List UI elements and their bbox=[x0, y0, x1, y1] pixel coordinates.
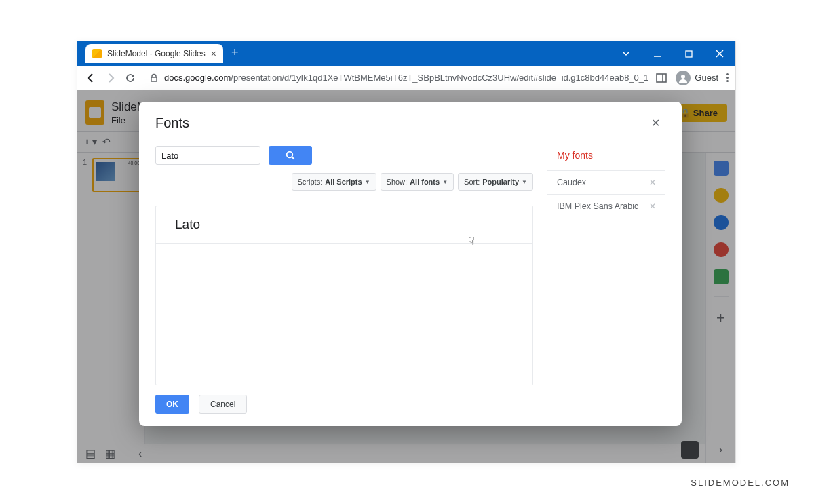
caret-down-icon: ▼ bbox=[522, 179, 527, 185]
svg-point-12 bbox=[286, 151, 292, 157]
sort-filter[interactable]: Sort: Popularity ▼ bbox=[458, 173, 533, 191]
browser-tab[interactable]: SlideModel - Google Slides × bbox=[85, 44, 223, 63]
url-path: /presentation/d/1yIk1qd1XeTWtBMEMe5iT6zT… bbox=[231, 73, 648, 83]
window-minimize-icon[interactable] bbox=[642, 41, 673, 66]
svg-rect-4 bbox=[657, 74, 666, 82]
svg-point-6 bbox=[681, 75, 685, 79]
slides-favicon bbox=[92, 49, 102, 58]
close-tab-icon[interactable]: × bbox=[211, 49, 216, 58]
search-icon bbox=[286, 151, 296, 161]
cancel-button[interactable]: Cancel bbox=[199, 395, 247, 414]
font-result-row[interactable]: Lato☟ bbox=[156, 206, 532, 244]
caret-down-icon: ▼ bbox=[365, 179, 370, 185]
watermark: SLIDEMODEL.COM bbox=[691, 478, 790, 488]
ok-button[interactable]: OK bbox=[155, 395, 189, 414]
dialog-title: Fonts bbox=[155, 115, 189, 131]
my-font-item[interactable]: Caudex✕ bbox=[547, 170, 665, 194]
browser-window: SlideModel - Google Slides × + bbox=[77, 41, 736, 463]
tab-title: SlideModel - Google Slides bbox=[107, 49, 206, 58]
url-text: docs.google.com/presentation/d/1yIk1qd1X… bbox=[164, 73, 648, 83]
avatar-icon bbox=[676, 71, 691, 85]
url-host: docs.google.com bbox=[164, 73, 231, 83]
my-fonts-panel: My fonts Caudex✕IBM Plex Sans Arabic✕ bbox=[547, 146, 665, 385]
font-search-input[interactable] bbox=[155, 146, 260, 165]
my-font-item[interactable]: IBM Plex Sans Arabic✕ bbox=[547, 194, 665, 218]
remove-font-icon[interactable]: ✕ bbox=[649, 201, 656, 211]
my-font-name: Caudex bbox=[557, 178, 586, 187]
titlebar: SlideModel - Google Slides × + bbox=[77, 41, 735, 66]
forward-button[interactable] bbox=[104, 71, 117, 85]
addrbar-right: Guest bbox=[655, 71, 729, 85]
dialog-close-button[interactable]: ✕ bbox=[646, 114, 665, 132]
tab-strip: SlideModel - Google Slides × + bbox=[77, 41, 610, 66]
font-results[interactable]: Lato☟ bbox=[155, 206, 533, 385]
back-button[interactable] bbox=[84, 71, 97, 85]
fonts-main-panel: Scripts: All Scripts ▼ Show: All fonts ▼… bbox=[155, 146, 533, 385]
my-font-name: IBM Plex Sans Arabic bbox=[557, 201, 638, 211]
window-close-icon[interactable] bbox=[704, 41, 735, 66]
fonts-dialog: Fonts ✕ Scripts: All Scripts ▼ bbox=[139, 102, 682, 426]
reload-button[interactable] bbox=[124, 71, 137, 85]
font-search-button[interactable] bbox=[269, 146, 312, 165]
guest-label: Guest bbox=[695, 73, 718, 83]
lock-icon bbox=[149, 73, 159, 83]
svg-rect-1 bbox=[686, 51, 692, 57]
caret-down-icon: ▼ bbox=[442, 179, 448, 185]
chrome-menu-icon[interactable] bbox=[726, 73, 729, 82]
show-filter[interactable]: Show: All fonts ▼ bbox=[381, 173, 454, 191]
window-dropdown-icon[interactable] bbox=[610, 41, 642, 66]
window-maximize-icon[interactable] bbox=[673, 41, 704, 66]
sidepanel-icon[interactable] bbox=[655, 72, 667, 84]
new-tab-button[interactable]: + bbox=[225, 45, 246, 62]
url-box[interactable]: docs.google.com/presentation/d/1yIk1qd1X… bbox=[144, 73, 648, 83]
svg-line-13 bbox=[292, 157, 294, 159]
pointer-cursor-icon: ☟ bbox=[468, 235, 475, 248]
window-controls bbox=[610, 41, 735, 66]
my-fonts-heading: My fonts bbox=[547, 146, 665, 170]
remove-font-icon[interactable]: ✕ bbox=[649, 178, 656, 187]
profile-chip[interactable]: Guest bbox=[676, 71, 718, 85]
scripts-filter[interactable]: Scripts: All Scripts ▼ bbox=[292, 173, 376, 191]
address-bar: docs.google.com/presentation/d/1yIk1qd1X… bbox=[77, 66, 735, 90]
